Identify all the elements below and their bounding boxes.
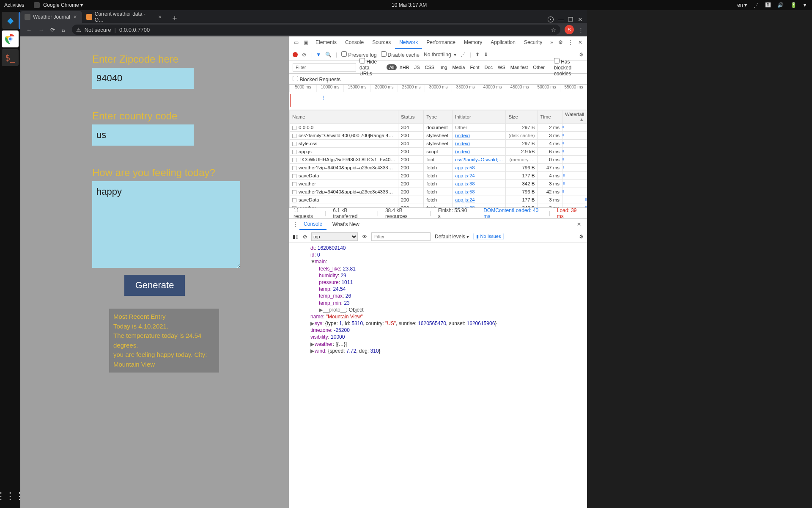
app-menu-label[interactable]: Google Chrome ▾ xyxy=(43,2,83,8)
window-close-icon[interactable]: ✕ xyxy=(578,16,583,23)
dock-apps-icon[interactable]: ⋮⋮⋮ xyxy=(2,488,19,505)
table-row[interactable]: TK3iWkUHHAIjg75cFRf3bXL8LICs1_Fv40…200fo… xyxy=(290,156,587,164)
console-settings-icon[interactable]: ⚙ xyxy=(579,234,584,240)
network-filter-input[interactable] xyxy=(293,63,356,72)
devtools-tab-security[interactable]: Security xyxy=(520,37,546,48)
type-pill-all[interactable]: All xyxy=(387,64,397,70)
table-row[interactable]: css?family=Oswald:400,600,700|Ranga:4…20… xyxy=(290,132,587,140)
type-pill-media[interactable]: Media xyxy=(450,64,467,70)
drawer-tab-whatsnew[interactable]: What's New xyxy=(328,219,364,229)
blocked-requests-checkbox[interactable]: Blocked Requests xyxy=(293,76,340,83)
nav-home-icon[interactable]: ⌂ xyxy=(59,27,68,33)
type-pill-ws[interactable]: WS xyxy=(495,64,508,70)
devtools-tab-network[interactable]: Network xyxy=(395,37,422,49)
dock-chrome-icon[interactable] xyxy=(2,30,19,47)
zip-input[interactable] xyxy=(92,68,194,89)
table-row[interactable]: weather?zip=94040&appid=a23cc3c4333…200f… xyxy=(290,188,587,196)
dock-vscode-icon[interactable]: ◆ xyxy=(2,12,19,29)
network-timeline[interactable]: 5000 ms10000 ms15000 ms20000 ms25000 ms3… xyxy=(289,85,587,110)
feelings-textarea[interactable] xyxy=(92,181,240,268)
console-filter-input[interactable] xyxy=(371,232,431,241)
new-tab-button[interactable]: ＋ xyxy=(167,13,183,23)
table-row[interactable]: saveData200fetchapp.js:24177 B3 ms xyxy=(290,196,587,204)
type-pill-css[interactable]: CSS xyxy=(422,64,437,70)
column-status[interactable]: Status xyxy=(398,110,423,124)
devtools-tab-application[interactable]: Application xyxy=(486,37,520,48)
search-icon[interactable]: 🔍 xyxy=(325,52,332,58)
drawer-menu-icon[interactable]: ⋮ xyxy=(293,221,298,227)
inspect-icon[interactable]: ▭ xyxy=(292,39,301,45)
console-output[interactable]: dt: 1620609140id: 0▼main:feels_like: 23.… xyxy=(289,243,587,508)
bookmark-icon[interactable]: ☆ xyxy=(551,27,556,33)
throttling-select[interactable]: No throttling ▾ xyxy=(424,52,456,58)
console-context-select[interactable]: top xyxy=(311,232,358,241)
browser-tab-0[interactable]: Weather Journal × xyxy=(20,11,82,23)
device-toggle-icon[interactable]: ▣ xyxy=(302,39,310,45)
settings-icon[interactable]: ⚙ xyxy=(556,39,565,45)
more-tabs-icon[interactable]: » xyxy=(548,39,555,45)
import-har-icon[interactable]: ⬆ xyxy=(475,52,480,58)
column-time[interactable]: Time xyxy=(538,110,562,124)
kebab-icon[interactable]: ⋮ xyxy=(566,39,575,45)
chrome-menu-icon[interactable]: ⋮ xyxy=(578,27,584,33)
live-expression-icon[interactable]: 👁 xyxy=(362,234,367,240)
profile-avatar[interactable]: S xyxy=(565,25,574,34)
update-indicator-icon[interactable] xyxy=(548,17,554,22)
no-issues-badge[interactable]: ▮ No Issues xyxy=(473,233,504,240)
activities-label[interactable]: Activities xyxy=(4,2,24,8)
generate-button[interactable]: Generate xyxy=(124,275,185,296)
drawer-close-icon[interactable]: ✕ xyxy=(574,221,584,227)
filter-toggle-icon[interactable]: ▼ xyxy=(316,52,321,58)
column-waterfall[interactable]: Waterfall ▲ xyxy=(562,110,587,124)
battery-icon[interactable]: 🔋 xyxy=(789,2,798,8)
console-clear-icon[interactable]: ⊘ xyxy=(303,234,307,240)
type-pill-img[interactable]: Img xyxy=(437,64,450,70)
table-row[interactable]: app.js200script(index)2.9 kB6 ms xyxy=(290,148,587,156)
country-input[interactable] xyxy=(92,124,194,146)
column-size[interactable]: Size xyxy=(506,110,538,124)
wifi-conditions-icon[interactable]: ⋰ xyxy=(461,52,466,58)
tab-close-icon[interactable]: × xyxy=(157,14,162,20)
clear-icon[interactable]: ⊘ xyxy=(302,52,306,58)
devtools-tab-sources[interactable]: Sources xyxy=(368,37,395,48)
nav-back-icon[interactable]: ← xyxy=(24,27,34,33)
type-pill-js[interactable]: JS xyxy=(412,64,422,70)
disable-cache-checkbox[interactable]: Disable cache xyxy=(381,51,420,58)
devtools-close-icon[interactable]: ✕ xyxy=(576,39,584,45)
window-minimize-icon[interactable]: — xyxy=(558,16,564,23)
nav-forward-icon[interactable]: → xyxy=(36,27,47,33)
type-pill-manifest[interactable]: Manifest xyxy=(508,64,531,70)
table-row[interactable]: 0.0.0.0304documentOther297 B2 ms xyxy=(290,124,587,132)
type-pill-doc[interactable]: Doc xyxy=(482,64,495,70)
bluetooth-icon[interactable]: 🅱 xyxy=(764,2,772,8)
table-row[interactable]: weather200fetchapp.js:38342 B3 ms xyxy=(290,180,587,188)
window-maximize-icon[interactable]: ❐ xyxy=(568,16,573,23)
console-sidebar-icon[interactable]: ▮▯ xyxy=(293,234,299,240)
devtools-tab-performance[interactable]: Performance xyxy=(422,37,460,48)
table-row[interactable]: style.css304stylesheet(index)297 B4 ms xyxy=(290,140,587,148)
network-settings-icon[interactable]: ⚙ xyxy=(579,52,584,58)
column-name[interactable]: Name xyxy=(290,110,398,124)
lang-indicator[interactable]: en ▾ xyxy=(735,2,749,8)
console-levels-select[interactable]: Default levels ▾ xyxy=(435,234,469,240)
table-row[interactable]: saveData200fetchapp.js:24177 B4 ms xyxy=(290,172,587,180)
record-icon[interactable] xyxy=(293,52,298,57)
power-menu-icon[interactable]: ▾ xyxy=(802,2,808,8)
devtools-tab-memory[interactable]: Memory xyxy=(460,37,486,48)
volume-icon[interactable]: 🔊 xyxy=(776,2,785,8)
url-box[interactable]: ⚠ Not secure | 0.0.0.0:7700 ☆ xyxy=(72,25,560,35)
drawer-tab-console[interactable]: Console xyxy=(299,219,326,230)
type-pill-font[interactable]: Font xyxy=(467,64,482,70)
dock-terminal-icon[interactable]: $_ xyxy=(2,49,19,66)
browser-tab-1[interactable]: Current weather data - O… × xyxy=(82,11,167,23)
wifi-icon[interactable]: ⋰ xyxy=(752,2,760,8)
type-pill-other[interactable]: Other xyxy=(530,64,547,70)
tab-close-icon[interactable]: × xyxy=(73,14,78,20)
devtools-tab-elements[interactable]: Elements xyxy=(311,37,341,48)
type-pill-xhr[interactable]: XHR xyxy=(397,64,411,70)
export-har-icon[interactable]: ⬇ xyxy=(484,52,488,58)
preserve-log-checkbox[interactable]: Preserve log xyxy=(341,51,376,58)
nav-reload-icon[interactable]: ⟳ xyxy=(48,27,58,33)
table-row[interactable]: weather?zip=94040&appid=a23cc3c4333…200f… xyxy=(290,164,587,172)
column-initiator[interactable]: Initiator xyxy=(453,110,506,124)
